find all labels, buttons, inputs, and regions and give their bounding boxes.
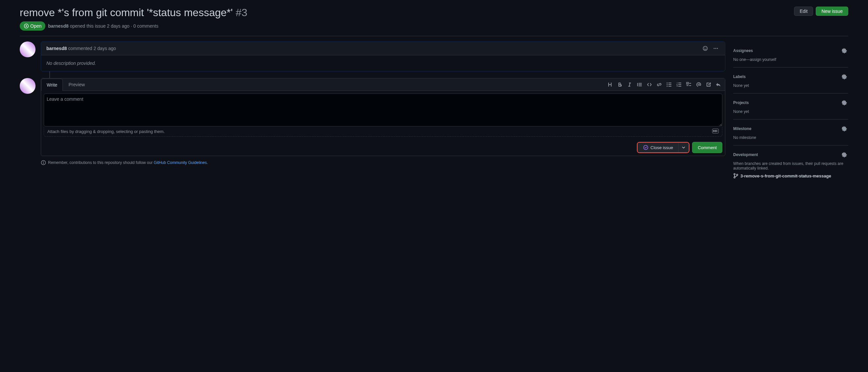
edit-button[interactable]: Edit: [794, 7, 813, 16]
issue-meta: barnesd8 opened this issue 2 days ago · …: [48, 23, 158, 29]
markdown-icon[interactable]: [712, 129, 719, 134]
close-issue-button[interactable]: Close issue: [638, 143, 678, 152]
code-icon[interactable]: [645, 81, 653, 89]
chevron-down-icon: [682, 146, 685, 149]
guidelines-suffix: .: [207, 160, 208, 165]
issue-open-icon: [24, 23, 29, 29]
milestone-value: No milestone: [733, 135, 848, 140]
bold-icon[interactable]: [616, 81, 624, 89]
issue-title: remove *'s from git commit '*status mess…: [20, 7, 247, 19]
comment-button[interactable]: Comment: [692, 142, 722, 153]
kebab-icon[interactable]: [712, 45, 720, 52]
branch-name: 3-remove-s-from-git-commit-status-messag…: [740, 173, 831, 178]
svg-point-5: [715, 48, 716, 49]
svg-point-17: [737, 174, 738, 175]
svg-point-14: [43, 161, 44, 162]
comment-box: barnesd8 commented 2 days ago No descrip…: [41, 41, 725, 71]
list-ol-icon[interactable]: [675, 81, 683, 89]
quote-icon[interactable]: [636, 81, 644, 89]
issue-closed-icon: [643, 145, 648, 150]
development-title: Development: [733, 152, 758, 157]
development-desc: When branches are created from issues, t…: [733, 161, 848, 171]
tasklist-icon[interactable]: [685, 81, 693, 89]
reply-icon[interactable]: [714, 81, 722, 89]
compose-box: Write Preview: [41, 78, 725, 156]
projects-value: None yet: [733, 109, 848, 114]
heading-icon[interactable]: [606, 81, 614, 89]
svg-point-4: [714, 48, 715, 49]
meta-author[interactable]: barnesd8: [48, 23, 68, 29]
branch-icon: [733, 173, 739, 178]
svg-point-16: [734, 177, 735, 178]
emoji-icon[interactable]: [701, 45, 709, 52]
comment-action: commented: [68, 46, 92, 51]
tab-preview[interactable]: Preview: [63, 78, 90, 90]
svg-point-8: [667, 84, 668, 85]
development-branch[interactable]: 3-remove-s-from-git-commit-status-messag…: [733, 173, 848, 178]
list-ul-icon[interactable]: [665, 81, 673, 89]
milestone-title: Milestone: [733, 126, 751, 131]
gear-icon[interactable]: [840, 73, 848, 81]
issue-number: #3: [236, 7, 248, 19]
projects-title: Projects: [733, 101, 749, 105]
attach-hint: Attach files by dragging & dropping, sel…: [48, 129, 165, 134]
avatar[interactable]: [20, 41, 35, 57]
issue-title-text: remove *'s from git commit '*status mess…: [20, 7, 233, 19]
close-issue-caret[interactable]: [678, 143, 689, 152]
svg-point-3: [706, 48, 707, 48]
comment-body: No description provided.: [41, 55, 725, 71]
italic-icon[interactable]: [626, 81, 633, 89]
cross-ref-icon[interactable]: [705, 81, 712, 89]
assignees-value[interactable]: No one—assign yourself: [733, 57, 848, 62]
tab-write[interactable]: Write: [41, 79, 63, 91]
guidelines-prefix: Remember, contributions to this reposito…: [48, 160, 154, 165]
svg-point-0: [26, 25, 27, 27]
comment-textarea[interactable]: [44, 93, 722, 126]
gear-icon[interactable]: [840, 47, 848, 55]
comment-time[interactable]: 2 days ago: [93, 46, 116, 51]
close-issue-group: Close issue: [637, 142, 689, 153]
avatar[interactable]: [20, 78, 35, 94]
gear-icon[interactable]: [840, 99, 848, 107]
timeline-line: [49, 71, 50, 78]
assignees-title: Assignees: [733, 48, 753, 53]
svg-point-6: [717, 48, 718, 49]
meta-summary: opened this issue 2 days ago · 0 comment…: [69, 23, 158, 29]
state-badge: Open: [20, 21, 45, 31]
svg-point-2: [704, 48, 705, 48]
labels-title: Labels: [733, 75, 746, 79]
guidelines: Remember, contributions to this reposito…: [41, 160, 725, 165]
svg-point-15: [734, 173, 735, 175]
svg-point-7: [667, 82, 668, 83]
link-icon[interactable]: [655, 81, 663, 89]
attach-bar[interactable]: Attach files by dragging & dropping, sel…: [44, 127, 722, 137]
comment-author[interactable]: barnesd8: [46, 46, 67, 51]
state-label: Open: [30, 23, 41, 29]
labels-value: None yet: [733, 83, 848, 88]
svg-point-9: [667, 86, 668, 87]
gear-icon[interactable]: [840, 125, 848, 133]
new-issue-button[interactable]: New issue: [816, 7, 848, 16]
svg-point-1: [703, 47, 708, 51]
gear-icon[interactable]: [840, 151, 848, 159]
close-issue-label: Close issue: [650, 145, 673, 150]
mention-icon[interactable]: [695, 81, 703, 89]
guidelines-link[interactable]: GitHub Community Guidelines: [154, 160, 207, 165]
info-icon: [41, 160, 46, 165]
